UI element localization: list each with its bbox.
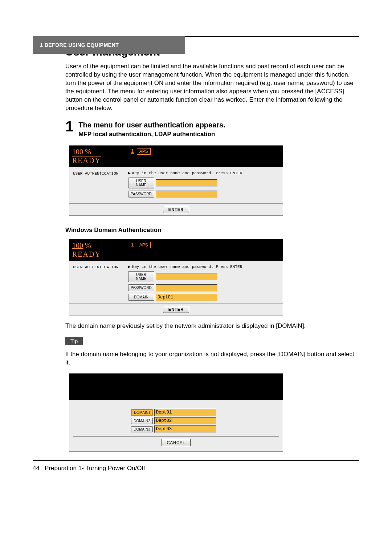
step-subtitle-2: Windows Domain Authentication xyxy=(65,227,359,234)
step-title: The menu for user authentication appears… xyxy=(78,119,225,129)
username-button[interactable]: USER NAME xyxy=(128,178,154,188)
auth-title: USER AUTHENTICATION xyxy=(73,264,124,269)
intro-paragraph: Users of the equipment can be limited an… xyxy=(65,62,359,113)
aps-indicator: 1 APS xyxy=(131,148,151,154)
enter-button[interactable]: ENTER xyxy=(163,306,189,313)
cancel-button[interactable]: CANCEL xyxy=(162,439,191,446)
screenshot-mfp-ldap: 100 % READY 1 APS USER AUTHENTICATION ▶K… xyxy=(69,145,283,216)
domain1-value: Dept01 xyxy=(154,409,216,416)
arrow-icon: ▶ xyxy=(128,171,131,175)
page: 1 BEFORE USING EQUIPMENT User management… xyxy=(0,36,392,486)
domain-button[interactable]: DOMAIN xyxy=(128,294,154,301)
chapter-header: 1 BEFORE USING EQUIPMENT xyxy=(33,36,185,54)
ready-value-row: 100 % xyxy=(72,241,128,250)
screenshot-windows-domain: 100 % READY 1 APS USER AUTHENTICATION ▶K… xyxy=(69,239,283,315)
domain3-value: Dept03 xyxy=(154,425,216,433)
ready-label: READY xyxy=(72,156,101,165)
domain2-value: Dept02 xyxy=(154,417,216,424)
domain-input[interactable]: Dept01 xyxy=(156,294,217,301)
password-input[interactable] xyxy=(156,284,217,292)
password-input[interactable] xyxy=(156,191,217,198)
content: User management Users of the equipment c… xyxy=(33,37,359,452)
domain-row: DOMAIN2 Dept02 xyxy=(131,417,279,424)
step-number: 1 xyxy=(65,119,73,143)
aps-indicator: 1 APS xyxy=(131,242,151,248)
domain1-button[interactable]: DOMAIN1 xyxy=(131,409,153,416)
chapter-text: 1 BEFORE USING EQUIPMENT xyxy=(40,42,119,48)
auth-hint: ▶Key in the user name and password. Pres… xyxy=(128,171,279,175)
password-button[interactable]: PASSWORD xyxy=(128,191,154,197)
ready-value-row: 100 % xyxy=(72,148,128,156)
auth-title: USER AUTHENTICATION xyxy=(73,171,124,176)
username-button[interactable]: USER NAME xyxy=(128,271,154,282)
tip-text: If the domain name belonging to your org… xyxy=(65,350,359,367)
domain3-button[interactable]: DOMAIN3 xyxy=(131,426,153,432)
footer-text: Preparation 1- Turning Power On/Off xyxy=(45,465,145,472)
step-heading: 1 The menu for user authentication appea… xyxy=(65,119,359,143)
domain2-button[interactable]: DOMAIN2 xyxy=(131,418,153,424)
ready-label: READY xyxy=(72,250,101,258)
page-number: 44 xyxy=(33,465,40,472)
arrow-icon: ▶ xyxy=(128,265,131,269)
auth-hint: ▶Key in the user name and password. Pres… xyxy=(128,264,279,269)
username-input[interactable] xyxy=(156,179,217,187)
page-footer: 44 Preparation 1- Turning Power On/Off xyxy=(33,461,359,472)
enter-button[interactable]: ENTER xyxy=(163,206,189,213)
username-input[interactable] xyxy=(156,273,217,280)
domain-note: The domain name previously set by the ne… xyxy=(65,322,359,330)
password-button[interactable]: PASSWORD xyxy=(128,284,154,291)
domain-row: DOMAIN3 Dept03 xyxy=(131,425,279,433)
tip-label: Tip xyxy=(65,337,83,345)
screenshot-domain-select: DOMAIN1 Dept01 DOMAIN2 Dept02 DOMAIN3 De… xyxy=(69,373,283,452)
domain-row: DOMAIN1 Dept01 xyxy=(131,409,279,416)
step-subtitle-1: MFP local authentication, LDAP authentic… xyxy=(78,131,225,138)
